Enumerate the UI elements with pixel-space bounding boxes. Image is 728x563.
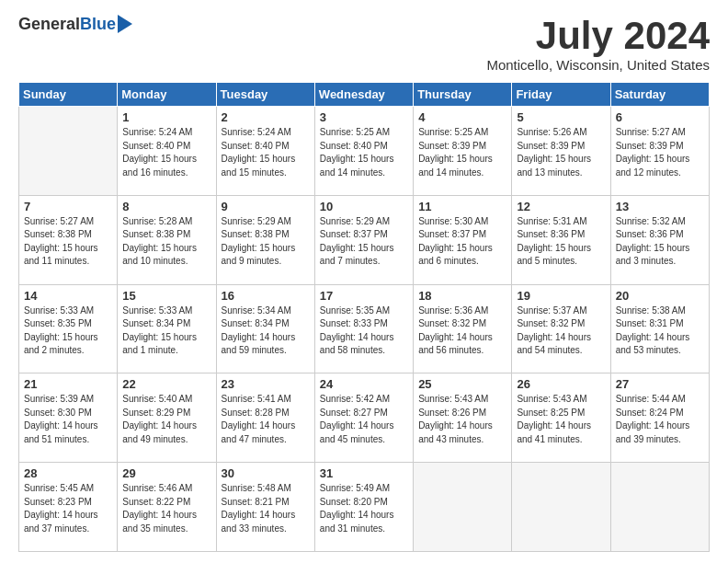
logo-blue-text: Blue [80, 15, 116, 34]
calendar-header-row: SundayMondayTuesdayWednesdayThursdayFrid… [19, 83, 710, 107]
day-info: Sunrise: 5:44 AM Sunset: 8:24 PM Dayligh… [616, 393, 704, 446]
calendar-cell: 15Sunrise: 5:33 AM Sunset: 8:34 PM Dayli… [118, 284, 216, 373]
col-header-sunday: Sunday [19, 83, 118, 107]
day-number: 12 [517, 200, 605, 213]
day-number: 22 [122, 377, 210, 391]
calendar-cell: 22Sunrise: 5:40 AM Sunset: 8:29 PM Dayli… [118, 373, 216, 463]
day-number: 14 [24, 289, 112, 303]
day-number: 5 [517, 110, 605, 124]
calendar-cell: 13Sunrise: 5:32 AM Sunset: 8:36 PM Dayli… [610, 195, 709, 284]
calendar-cell: 5Sunrise: 5:26 AM Sunset: 8:39 PM Daylig… [512, 107, 610, 196]
day-info: Sunrise: 5:29 AM Sunset: 8:38 PM Dayligh… [222, 215, 310, 269]
day-number: 4 [418, 110, 506, 124]
day-info: Sunrise: 5:38 AM Sunset: 8:31 PM Dayligh… [616, 304, 704, 358]
calendar-cell: 23Sunrise: 5:41 AM Sunset: 8:28 PM Dayli… [216, 373, 314, 463]
day-info: Sunrise: 5:48 AM Sunset: 8:21 PM Dayligh… [222, 482, 310, 535]
col-header-thursday: Thursday [414, 83, 512, 107]
day-info: Sunrise: 5:41 AM Sunset: 8:28 PM Dayligh… [222, 393, 310, 446]
calendar-cell: 30Sunrise: 5:48 AM Sunset: 8:21 PM Dayli… [216, 463, 314, 552]
col-header-monday: Monday [118, 83, 216, 107]
day-number: 2 [222, 110, 310, 124]
calendar-cell: 19Sunrise: 5:37 AM Sunset: 8:32 PM Dayli… [512, 284, 610, 373]
calendar-cell [610, 463, 709, 552]
calendar-row-2: 14Sunrise: 5:33 AM Sunset: 8:35 PM Dayli… [19, 284, 710, 373]
day-number: 28 [24, 466, 112, 480]
day-info: Sunrise: 5:33 AM Sunset: 8:35 PM Dayligh… [24, 304, 112, 358]
day-number: 19 [517, 289, 605, 303]
day-info: Sunrise: 5:31 AM Sunset: 8:36 PM Dayligh… [517, 215, 605, 269]
calendar-cell [414, 463, 512, 552]
day-info: Sunrise: 5:35 AM Sunset: 8:33 PM Dayligh… [320, 304, 408, 358]
day-number: 15 [122, 289, 210, 303]
day-info: Sunrise: 5:45 AM Sunset: 8:23 PM Dayligh… [24, 482, 112, 535]
calendar-cell: 8Sunrise: 5:28 AM Sunset: 8:38 PM Daylig… [118, 195, 216, 284]
day-info: Sunrise: 5:36 AM Sunset: 8:32 PM Dayligh… [418, 304, 506, 358]
day-info: Sunrise: 5:29 AM Sunset: 8:37 PM Dayligh… [320, 215, 408, 269]
day-info: Sunrise: 5:25 AM Sunset: 8:39 PM Dayligh… [418, 126, 506, 179]
day-number: 11 [418, 200, 506, 213]
calendar-cell: 20Sunrise: 5:38 AM Sunset: 8:31 PM Dayli… [610, 284, 709, 373]
calendar-cell: 16Sunrise: 5:34 AM Sunset: 8:34 PM Dayli… [216, 284, 314, 373]
calendar-cell: 6Sunrise: 5:27 AM Sunset: 8:39 PM Daylig… [610, 107, 709, 196]
day-number: 16 [222, 289, 310, 303]
calendar-row-1: 7Sunrise: 5:27 AM Sunset: 8:38 PM Daylig… [19, 195, 710, 284]
calendar-cell: 3Sunrise: 5:25 AM Sunset: 8:40 PM Daylig… [314, 107, 413, 196]
title-block: July 2024 Monticello, Wisconsin, United … [486, 15, 710, 73]
day-number: 26 [517, 377, 605, 391]
day-number: 23 [222, 377, 310, 391]
calendar-cell: 24Sunrise: 5:42 AM Sunset: 8:27 PM Dayli… [314, 373, 413, 463]
col-header-friday: Friday [512, 83, 610, 107]
calendar-cell: 21Sunrise: 5:39 AM Sunset: 8:30 PM Dayli… [19, 373, 118, 463]
day-number: 31 [320, 466, 408, 480]
day-info: Sunrise: 5:39 AM Sunset: 8:30 PM Dayligh… [24, 393, 112, 446]
day-number: 7 [24, 200, 112, 213]
day-info: Sunrise: 5:26 AM Sunset: 8:39 PM Dayligh… [517, 126, 605, 179]
calendar-cell [19, 107, 118, 196]
day-info: Sunrise: 5:34 AM Sunset: 8:34 PM Dayligh… [222, 304, 310, 358]
day-number: 29 [122, 466, 210, 480]
day-number: 18 [418, 289, 506, 303]
calendar-cell: 7Sunrise: 5:27 AM Sunset: 8:38 PM Daylig… [19, 195, 118, 284]
calendar-cell: 31Sunrise: 5:49 AM Sunset: 8:20 PM Dayli… [314, 463, 413, 552]
day-info: Sunrise: 5:24 AM Sunset: 8:40 PM Dayligh… [222, 126, 310, 179]
day-number: 20 [616, 289, 704, 303]
day-number: 27 [616, 377, 704, 391]
day-info: Sunrise: 5:43 AM Sunset: 8:25 PM Dayligh… [517, 393, 605, 446]
calendar-cell: 29Sunrise: 5:46 AM Sunset: 8:22 PM Dayli… [118, 463, 216, 552]
calendar-cell: 25Sunrise: 5:43 AM Sunset: 8:26 PM Dayli… [414, 373, 512, 463]
day-info: Sunrise: 5:33 AM Sunset: 8:34 PM Dayligh… [122, 304, 210, 358]
calendar-cell: 12Sunrise: 5:31 AM Sunset: 8:36 PM Dayli… [512, 195, 610, 284]
day-number: 9 [222, 200, 310, 213]
day-number: 6 [616, 110, 704, 124]
day-info: Sunrise: 5:40 AM Sunset: 8:29 PM Dayligh… [122, 393, 210, 446]
day-number: 13 [616, 200, 704, 213]
logo: General Blue [18, 15, 132, 34]
calendar-cell: 2Sunrise: 5:24 AM Sunset: 8:40 PM Daylig… [216, 107, 314, 196]
col-header-wednesday: Wednesday [314, 83, 413, 107]
calendar-row-3: 21Sunrise: 5:39 AM Sunset: 8:30 PM Dayli… [19, 373, 710, 463]
day-info: Sunrise: 5:24 AM Sunset: 8:40 PM Dayligh… [122, 126, 210, 179]
day-number: 1 [122, 110, 210, 124]
calendar-cell: 17Sunrise: 5:35 AM Sunset: 8:33 PM Dayli… [314, 284, 413, 373]
day-number: 30 [222, 466, 310, 480]
calendar-cell: 10Sunrise: 5:29 AM Sunset: 8:37 PM Dayli… [314, 195, 413, 284]
header: General Blue July 2024 Monticello, Wisco… [18, 15, 710, 73]
calendar-row-4: 28Sunrise: 5:45 AM Sunset: 8:23 PM Dayli… [19, 463, 710, 552]
location-title: Monticello, Wisconsin, United States [486, 57, 710, 73]
logo-arrow-icon [118, 15, 132, 33]
calendar-cell: 1Sunrise: 5:24 AM Sunset: 8:40 PM Daylig… [118, 107, 216, 196]
calendar-row-0: 1Sunrise: 5:24 AM Sunset: 8:40 PM Daylig… [19, 107, 710, 196]
calendar-cell: 11Sunrise: 5:30 AM Sunset: 8:37 PM Dayli… [414, 195, 512, 284]
calendar-cell: 28Sunrise: 5:45 AM Sunset: 8:23 PM Dayli… [19, 463, 118, 552]
day-number: 10 [320, 200, 408, 213]
calendar-cell: 26Sunrise: 5:43 AM Sunset: 8:25 PM Dayli… [512, 373, 610, 463]
col-header-saturday: Saturday [610, 83, 709, 107]
day-number: 25 [418, 377, 506, 391]
logo-general-text: General [18, 15, 80, 34]
day-info: Sunrise: 5:32 AM Sunset: 8:36 PM Dayligh… [616, 215, 704, 269]
day-info: Sunrise: 5:25 AM Sunset: 8:40 PM Dayligh… [320, 126, 408, 179]
day-info: Sunrise: 5:42 AM Sunset: 8:27 PM Dayligh… [320, 393, 408, 446]
day-number: 21 [24, 377, 112, 391]
calendar-cell: 4Sunrise: 5:25 AM Sunset: 8:39 PM Daylig… [414, 107, 512, 196]
calendar-table: SundayMondayTuesdayWednesdayThursdayFrid… [18, 82, 710, 552]
